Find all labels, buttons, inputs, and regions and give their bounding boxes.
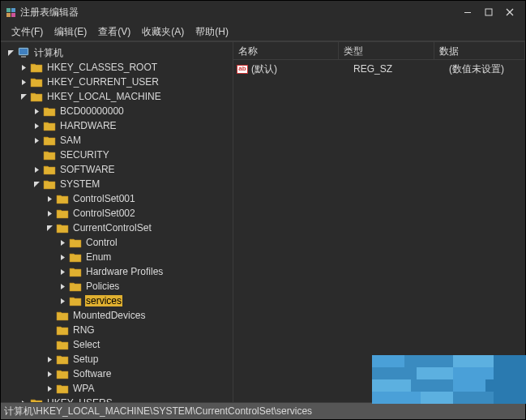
tree-label: Software (72, 368, 112, 379)
expand-toggle[interactable] (58, 296, 67, 306)
value-name: (默认) (251, 62, 353, 76)
folder-icon (43, 121, 56, 131)
expand-toggle[interactable] (58, 238, 67, 247)
computer-icon (17, 47, 30, 58)
folder-icon (69, 296, 82, 306)
expand-toggle[interactable] (45, 194, 54, 204)
tree-node[interactable]: Setup (45, 352, 233, 366)
tree-node[interactable]: HKEY_LOCAL_MACHINE (19, 89, 233, 104)
string-icon: ab (237, 65, 248, 74)
expand-toggle[interactable] (45, 384, 54, 393)
svg-rect-5 (485, 9, 492, 15)
folder-icon (30, 92, 43, 102)
expand-toggle[interactable] (45, 354, 54, 364)
expand-toggle[interactable] (32, 106, 41, 116)
tree-label: SYSTEM (59, 178, 100, 190)
tree-node[interactable]: SYSTEM (32, 177, 233, 191)
collapse-toggle[interactable] (6, 48, 15, 58)
expand-toggle[interactable] (58, 267, 67, 276)
tree-node[interactable]: ControlSet001 (45, 191, 233, 206)
collapse-toggle[interactable] (45, 223, 54, 233)
tree-node[interactable]: Enum (58, 250, 233, 264)
expand-toggle[interactable] (58, 252, 67, 262)
expand-toggle[interactable] (19, 398, 28, 402)
svg-rect-2 (6, 13, 11, 17)
svg-rect-4 (464, 12, 471, 13)
folder-icon (30, 77, 43, 88)
expand-toggle[interactable] (45, 369, 54, 379)
tree-node[interactable]: services (58, 294, 233, 308)
minimize-button[interactable] (457, 4, 478, 20)
expand-toggle[interactable] (19, 77, 28, 87)
tree-node[interactable]: Software (45, 366, 233, 381)
tree-label: SECURITY (59, 149, 110, 161)
col-type[interactable]: 类型 (339, 42, 434, 59)
tree-node[interactable]: 计算机 (6, 45, 233, 60)
tree-label: Select (72, 339, 100, 350)
folder-icon (56, 325, 69, 336)
tree-node[interactable]: SOFTWARE (32, 162, 233, 177)
list-header: 名称 类型 数据 (233, 42, 525, 60)
expand-toggle[interactable] (19, 62, 28, 72)
tree-node[interactable]: Select (45, 337, 233, 352)
expand-toggle[interactable] (45, 208, 54, 218)
tree-node[interactable]: CurrentControlSet (45, 221, 233, 235)
list-pane: 名称 类型 数据 ab (默认) REG_SZ (数值未设置) (233, 42, 525, 402)
folder-icon (69, 252, 82, 263)
main-area: 计算机HKEY_CLASSES_ROOTHKEY_CURRENT_USERHKE… (1, 41, 525, 403)
tree-node[interactable]: Control (58, 235, 233, 250)
expand-toggle[interactable] (32, 121, 41, 131)
tree-pane[interactable]: 计算机HKEY_CLASSES_ROOTHKEY_CURRENT_USERHKE… (1, 42, 233, 402)
close-button[interactable] (499, 4, 520, 20)
expand-toggle[interactable] (32, 165, 41, 174)
menu-file[interactable]: 文件(F) (6, 25, 49, 39)
svg-rect-9 (19, 49, 28, 54)
tree-node[interactable]: SAM (32, 133, 233, 148)
tree-node[interactable]: SECURITY (32, 148, 233, 162)
registry-tree: 计算机HKEY_CLASSES_ROOTHKEY_CURRENT_USERHKE… (1, 42, 233, 402)
folder-icon (43, 165, 56, 175)
tree-node[interactable]: Hardware Profiles (58, 264, 233, 279)
tree-node[interactable]: ControlSet002 (45, 206, 233, 221)
expand-toggle[interactable] (32, 135, 41, 145)
tree-label: ControlSet001 (72, 193, 136, 204)
tree-label: services (85, 295, 122, 306)
menu-edit[interactable]: 编辑(E) (49, 25, 92, 39)
registry-editor-window: 注册表编辑器 文件(F) 编辑(E) 查看(V) 收藏夹(A) 帮助(H) 计算… (0, 0, 526, 420)
value-row[interactable]: ab (默认) REG_SZ (数值未设置) (233, 62, 525, 76)
tree-label: HARDWARE (59, 120, 118, 131)
col-name[interactable]: 名称 (233, 42, 339, 59)
folder-icon (43, 150, 56, 161)
tree-node[interactable]: HKEY_USERS (19, 396, 233, 402)
list-rows: ab (默认) REG_SZ (数值未设置) (233, 60, 525, 402)
tree-label: HKEY_USERS (46, 397, 113, 402)
menu-view[interactable]: 查看(V) (92, 25, 136, 39)
tree-label: Hardware Profiles (85, 266, 164, 277)
collapse-toggle[interactable] (32, 179, 41, 189)
value-data: (数值未设置) (449, 62, 522, 76)
tree-node[interactable]: BCD00000000 (32, 104, 233, 118)
menu-help[interactable]: 帮助(H) (190, 25, 234, 39)
tree-label: Enum (85, 251, 112, 263)
collapse-toggle[interactable] (19, 92, 28, 101)
expand-toggle[interactable] (58, 281, 67, 291)
tree-node[interactable]: Policies (58, 279, 233, 294)
tree-label: HKEY_LOCAL_MACHINE (46, 91, 162, 102)
tree-label: Control (85, 237, 118, 248)
tree-node[interactable]: HARDWARE (32, 118, 233, 133)
svg-rect-10 (21, 56, 26, 58)
folder-icon (56, 311, 69, 321)
tree-node[interactable]: WPA (45, 381, 233, 396)
tree-node[interactable]: MountedDevices (45, 308, 233, 323)
titlebar: 注册表编辑器 (1, 1, 525, 24)
tree-node[interactable]: HKEY_CURRENT_USER (19, 75, 233, 89)
maximize-button[interactable] (478, 4, 499, 20)
tree-node[interactable]: HKEY_CLASSES_ROOT (19, 60, 233, 75)
tree-node[interactable]: RNG (45, 323, 233, 337)
watermark (372, 355, 526, 404)
col-data[interactable]: 数据 (434, 42, 525, 59)
window-title: 注册表编辑器 (17, 6, 457, 19)
tree-label: HKEY_CLASSES_ROOT (46, 62, 158, 73)
menu-favorites[interactable]: 收藏夹(A) (136, 25, 190, 39)
tree-label: MountedDevices (72, 310, 146, 321)
